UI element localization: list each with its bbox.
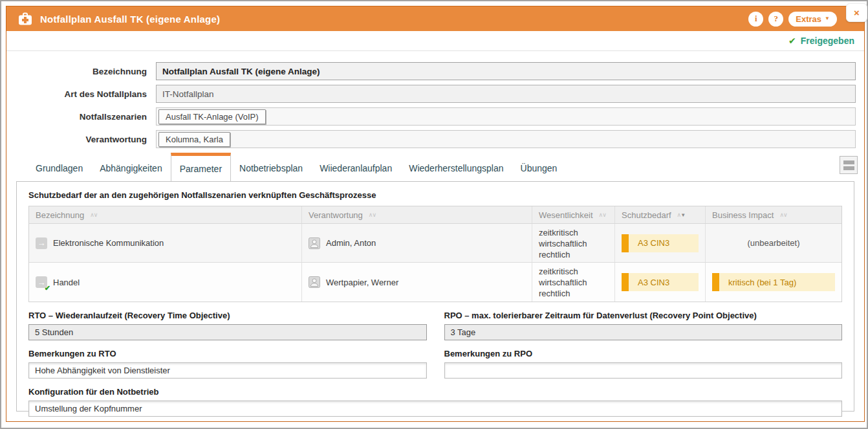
form-row-bezeichnung: Bezeichnung Notfallplan Ausfall TK (eige… (6, 62, 856, 80)
notfallplan-dialog: × Notfallplan Ausfall TK (eigene Anlage)… (6, 6, 865, 422)
notfallszenarien-label: Notfallszenarien (6, 112, 156, 122)
window-frame: × Notfallplan Ausfall TK (eigene Anlage)… (0, 0, 868, 429)
cell-bezeichnung: → Elektronische Kommunikation (29, 224, 302, 262)
rpo-field[interactable]: 3 Tage (444, 324, 843, 340)
title-bar: Notfallplan Ausfall TK (eigene Anlage) i… (6, 6, 864, 31)
bezeichnung-label: Bezeichnung (6, 67, 156, 76)
column-header-bezeichnung[interactable]: Bezeichnung ∧∨ (29, 206, 302, 223)
schutzbedarf-table: Bezeichnung ∧∨ Verantwortung ∧∨ Wesentli… (28, 206, 842, 302)
table-row[interactable]: → ✔ Handel Wertpapier, Werner (29, 263, 841, 302)
sort-icon[interactable]: ∧∨ (369, 212, 376, 218)
tab-wiederherstellungsplan[interactable]: Wiederherstellungsplan (400, 153, 512, 181)
help-button[interactable]: ? (768, 12, 783, 27)
check-icon: ✔ (788, 36, 796, 45)
tab-uebungen[interactable]: Übungen (512, 153, 566, 181)
process-icon-approved: → ✔ (36, 276, 47, 288)
sort-icon[interactable]: ∧∨ (90, 212, 97, 218)
approved-check-icon: ✔ (45, 285, 50, 292)
extras-button[interactable]: Extras ▼ (788, 12, 837, 27)
column-header-verantwortung[interactable]: Verantwortung ∧∨ (302, 206, 532, 223)
rto-group: RTO – Wiederanlaufzeit (Recovery Time Ob… (28, 311, 427, 340)
verantwortung-field[interactable]: Kolumna, Karla (156, 130, 856, 148)
close-button[interactable]: × (846, 3, 867, 22)
badge-color-block (712, 273, 719, 291)
art-des-notfallplans-label: Art des Notfallplans (6, 89, 156, 99)
master-data-form: Bezeichnung Notfallplan Ausfall TK (eige… (6, 51, 864, 148)
tab-bar: Grundlagen Abhängigkeiten Parameter Notb… (6, 153, 864, 181)
konfiguration-group: Konfiguration für den Notbetrieb Umstell… (28, 387, 842, 417)
schutzbedarf-badge: A3 CIN3 (622, 273, 699, 291)
rto-notes-label: Bemerkungen zu RTO (28, 349, 427, 358)
parameter-tab-panel: Schutzbedarf der an den zugehörigen Notf… (16, 181, 854, 412)
verantwortung-label: Verantwortung (6, 135, 156, 144)
verantwortung-chip[interactable]: Kolumna, Karla (158, 132, 230, 147)
badge-color-block (622, 273, 629, 291)
cell-verantwortung: Admin, Anton (302, 224, 532, 262)
cell-schutzbedarf: A3 CIN3 (615, 224, 706, 262)
cell-business-impact: (unbearbeitet) (706, 224, 841, 262)
form-row-art: Art des Notfallplans IT-Notfallplan (6, 85, 856, 103)
column-header-wesentlichkeit[interactable]: Wesentlichkeit ∧∨ (532, 206, 615, 223)
column-header-business-impact[interactable]: Business Impact ∧∨ (706, 206, 841, 223)
person-icon (309, 237, 320, 249)
help-icon: ? (774, 14, 779, 24)
tab-wiiederanlaufplan[interactable]: Wiiederanlaufplan (311, 153, 400, 181)
rto-rpo-row: RTO – Wiederanlaufzeit (Recovery Time Ob… (28, 311, 842, 340)
rows-icon (843, 160, 854, 164)
badge-color-block (622, 234, 629, 252)
rpo-notes-field[interactable] (444, 362, 843, 379)
konfiguration-field[interactable]: Umstellung der Kopfnummer (28, 401, 842, 417)
tab-abhaengigkeiten[interactable]: Abhängigkeiten (91, 153, 171, 181)
close-icon: × (854, 7, 860, 18)
sort-icon-descending[interactable]: ∧▼ (677, 212, 686, 218)
rto-label: RTO – Wiederanlaufzeit (Recovery Time Ob… (28, 311, 427, 320)
cell-business-impact: kritisch (bei 1 Tag) (706, 263, 841, 302)
cell-bezeichnung: → ✔ Handel (29, 263, 302, 302)
section-title: Schutzbedarf der an den zugehörigen Notf… (28, 190, 842, 200)
chevron-down-icon: ▼ (825, 16, 830, 21)
cell-verantwortung: Wertpapier, Werner (302, 263, 532, 302)
sort-icon[interactable]: ∧∨ (779, 212, 787, 218)
rto-field[interactable]: 5 Stunden (28, 324, 427, 340)
tab-grundlagen[interactable]: Grundlagen (27, 153, 91, 181)
process-icon: → (36, 237, 47, 249)
bemerkungen-row: Bemerkungen zu RTO Hohe Abhängigkeit von… (28, 349, 842, 379)
status-row: ✔ Freigegeben (6, 31, 864, 51)
form-row-notfallszenarien: Notfallszenarien Ausfall TK-Anlage (VoIP… (6, 107, 856, 126)
rto-notes-field[interactable]: Hohe Abhängigkeit von Dienstleister (28, 362, 427, 379)
first-aid-kit-icon (18, 12, 32, 25)
form-row-verantwortung: Verantwortung Kolumna, Karla (6, 130, 856, 148)
rpo-notes-label: Bemerkungen zu RPO (444, 349, 843, 358)
art-des-notfallplans-field[interactable]: IT-Notfallplan (156, 85, 856, 103)
tab-parameter[interactable]: Parameter (171, 153, 231, 181)
cell-wesentlichkeit: zeitkritisch wirtschaftlich rechtlich (532, 224, 615, 262)
notfallszenarien-field[interactable]: Ausfall TK-Anlage (VoIP) (156, 107, 856, 126)
rpo-notes-group: Bemerkungen zu RPO (444, 349, 843, 379)
rpo-label: RPO – max. tolerierbarer Zeitraum für Da… (444, 311, 843, 320)
konfiguration-label: Konfiguration für den Notbetrieb (28, 387, 842, 397)
titlebar-actions: i ? Extras ▼ (748, 12, 837, 27)
info-button[interactable]: i (748, 12, 763, 27)
sort-icon[interactable]: ∧∨ (599, 212, 606, 218)
status-badge: Freigegeben (801, 36, 854, 46)
rows-icon (843, 166, 854, 170)
bezeichnung-field[interactable]: Notfallplan Ausfall TK (eigene Anlage) (156, 62, 856, 80)
column-header-schutzbedarf[interactable]: Schutzbedarf ∧▼ (615, 206, 706, 223)
table-header-row: Bezeichnung ∧∨ Verantwortung ∧∨ Wesentli… (29, 206, 841, 224)
cell-wesentlichkeit: zeitkritisch wirtschaftlich rechtlich (532, 263, 615, 302)
person-icon (309, 276, 320, 288)
rpo-group: RPO – max. tolerierbarer Zeitraum für Da… (444, 311, 843, 340)
cell-schutzbedarf: A3 CIN3 (615, 263, 706, 302)
info-icon: i (755, 14, 757, 24)
notfallszenario-chip[interactable]: Ausfall TK-Anlage (VoIP) (158, 109, 266, 124)
tab-notbetriebsplan[interactable]: Notbetriebsplan (231, 153, 311, 181)
schutzbedarf-badge: A3 CIN3 (622, 234, 699, 252)
table-row[interactable]: → Elektronische Kommunikation Admin, Ant… (29, 224, 841, 263)
page-title: Notfallplan Ausfall TK (eigene Anlage) (40, 14, 220, 25)
business-impact-badge: kritisch (bei 1 Tag) (712, 273, 835, 291)
rto-notes-group: Bemerkungen zu RTO Hohe Abhängigkeit von… (28, 349, 427, 379)
list-view-toggle-button[interactable] (840, 156, 858, 174)
